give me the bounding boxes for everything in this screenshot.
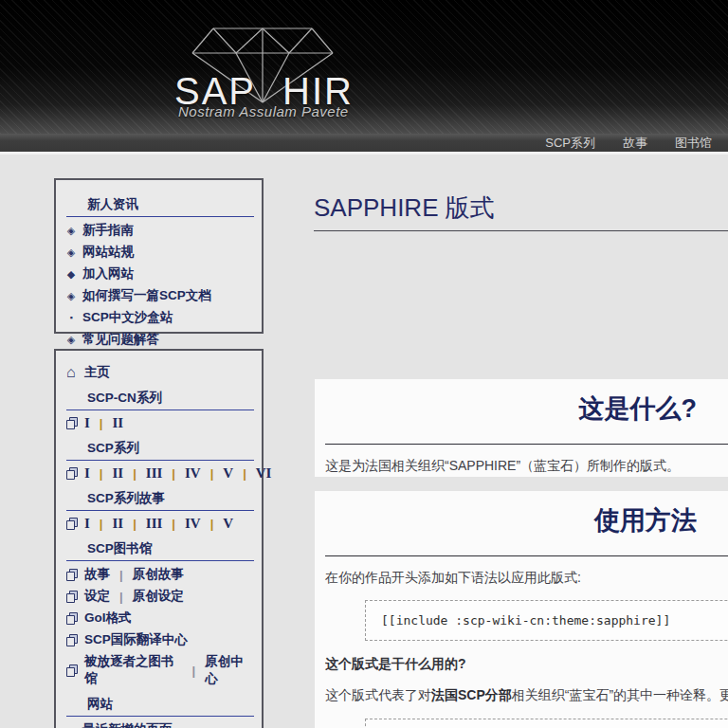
sidebar-section-newcomers: 新人资讯	[66, 196, 254, 217]
nav-item-library[interactable]: 图书馆	[675, 135, 712, 152]
library-link[interactable]: 原创故事	[133, 566, 184, 583]
usage-question-text: 这个版式是干什么用的?	[325, 656, 728, 673]
section-heading: 使用方法	[315, 491, 697, 537]
separator: |	[208, 517, 217, 531]
square-bullet-icon: ▪	[66, 313, 76, 322]
separator: |	[117, 568, 126, 582]
library-link[interactable]: 设定	[84, 588, 110, 605]
site-link[interactable]: 最近新增的页面	[82, 721, 173, 728]
sidebar-row-scp-cn-series: I | II	[66, 415, 254, 431]
answer-suffix: 相关组织“蓝宝石”的其中一种诠释。更多信	[512, 687, 728, 702]
separator: |	[97, 517, 106, 531]
series-link[interactable]: III	[146, 516, 163, 532]
series-link[interactable]: IV	[185, 465, 201, 482]
separator: |	[130, 466, 139, 481]
series-link[interactable]: I	[84, 415, 90, 431]
include-code-block: [[include :scp-wiki-cn:theme:sapphire]]	[365, 600, 728, 641]
section-divider	[325, 444, 728, 445]
nav-item-tales[interactable]: 故事	[623, 135, 647, 152]
pages-icon	[66, 417, 78, 429]
section-usage: 使用方法 在你的作品开头添加如下语法以应用此版式: [[include :scp…	[315, 491, 728, 728]
sidebar-item-beginner-guide[interactable]: ◈ 新手指南	[66, 222, 254, 239]
sidebar-main-menu-box: ⌂ 主页 SCP-CN系列 I | II SCP系列 I | II | III …	[54, 349, 264, 728]
sidebar-item-label: 加入网站	[82, 265, 134, 282]
sidebar-section-scp-series: SCP系列	[66, 440, 254, 461]
site-header: SAP HIR Nostram Assulam Pavete	[0, 0, 728, 134]
library-link[interactable]: 故事	[84, 566, 110, 583]
browser-viewport: SAP HIR Nostram Assulam Pavete SCP系列 故事 …	[0, 0, 728, 728]
separator: |	[97, 416, 106, 430]
series-link[interactable]: II	[112, 516, 123, 532]
sidebar-item-site-rules[interactable]: ◈ 网站站规	[66, 244, 254, 261]
sidebar-section-scp-library: SCP图书馆	[66, 540, 254, 561]
answer-prefix: 这个版式代表了对	[325, 687, 431, 702]
diamond-bullet-icon: ◈	[66, 334, 76, 346]
pages-icon	[66, 569, 78, 581]
series-link[interactable]: IV	[185, 516, 201, 532]
sidebar-section-site: 网站	[66, 696, 254, 717]
sidebar-row-scp-tales: I | II | III | IV | V	[66, 516, 254, 532]
section-body-text: 这是为法国相关组织“SAPPHIRE”（蓝宝石）所制作的版式。	[325, 458, 728, 475]
separator: |	[130, 517, 139, 531]
series-link[interactable]: II	[112, 465, 123, 482]
title-divider	[314, 230, 728, 231]
sidebar-row-scp-series: I | II | III | IV | V | VI	[66, 465, 254, 482]
series-link[interactable]: II	[112, 415, 123, 431]
nav-item-scp-series[interactable]: SCP系列	[545, 135, 595, 152]
pages-icon	[66, 612, 78, 625]
library-link[interactable]: GoI格式	[84, 610, 132, 627]
sidebar-row-goi-format[interactable]: GoI格式	[66, 610, 254, 627]
series-link[interactable]: V	[223, 465, 233, 482]
separator: |	[169, 517, 178, 531]
sidebar-item-home[interactable]: ⌂ 主页	[66, 364, 254, 381]
separator: |	[97, 466, 106, 481]
diamond-bullet-icon: ◈	[66, 246, 76, 259]
series-link[interactable]: III	[146, 465, 163, 482]
separator: |	[117, 590, 126, 604]
library-link[interactable]: 原创设定	[133, 588, 184, 605]
pages-icon	[66, 664, 78, 677]
separator: |	[240, 466, 249, 481]
sidebar-item-label: SCP中文沙盒站	[82, 309, 173, 326]
sidebar-item-cn-sandbox[interactable]: ▪ SCP中文沙盒站	[66, 309, 254, 326]
diamond-bullet-icon: ◈	[66, 290, 76, 302]
series-link[interactable]: VI	[256, 465, 272, 482]
library-link[interactable]: 被放逐者之图书馆	[84, 653, 183, 687]
home-icon: ⌂	[66, 367, 78, 378]
series-link[interactable]: I	[84, 465, 90, 482]
section-heading: 这是什么?	[315, 379, 697, 426]
library-link[interactable]: SCP国际翻译中心	[84, 631, 188, 648]
sidebar-newcomers-box: 新人资讯 ◈ 新手指南 ◈ 网站站规 ◆ 加入网站 ◈ 如何撰写一篇SCP文档 …	[54, 178, 264, 334]
sidebar-row-tales: 故事 | 原创故事	[66, 566, 254, 583]
pages-icon	[66, 591, 78, 603]
answer-bold: 法国SCP分部	[431, 687, 512, 702]
usage-intro-text: 在你的作品开头添加如下语法以应用此版式:	[325, 570, 728, 587]
separator: |	[190, 664, 199, 678]
section-what-is-this: 这是什么? 这是为法国相关组织“SAPPHIRE”（蓝宝石）所制作的版式。	[315, 379, 728, 477]
diamond-bullet-icon: ◈	[66, 225, 76, 237]
series-link[interactable]: V	[223, 516, 233, 532]
sidebar-item-faq[interactable]: ◈ 常见问题解答	[66, 331, 254, 348]
usage-answer-text: 这个版式代表了对法国SCP分部相关组织“蓝宝石”的其中一种诠释。更多信	[325, 687, 728, 704]
organization-quote-block: 无处不在的反危险性及妨碍性制度化宗教无神论者结社，又称“蓝宝	[365, 719, 728, 728]
pages-icon	[66, 467, 78, 480]
library-link[interactable]: 原创中心	[205, 653, 254, 687]
section-divider	[325, 555, 728, 556]
sidebar-row-recent-pages[interactable]: ▪ 最近新增的页面	[66, 721, 254, 728]
diamond-bullet-icon: ◆	[66, 268, 76, 281]
sidebar-item-label: 网站站规	[82, 244, 134, 261]
series-link[interactable]: I	[84, 516, 90, 532]
site-tagline: Nostram Assulam Pavete	[178, 103, 349, 119]
sidebar-item-join-site[interactable]: ◆ 加入网站	[66, 265, 254, 282]
sidebar-row-wanderers-library: 被放逐者之图书馆 | 原创中心	[66, 653, 254, 687]
separator: |	[208, 466, 217, 481]
sidebar-row-intl-translation[interactable]: SCP国际翻译中心	[66, 631, 254, 648]
sidebar-item-label: 常见问题解答	[82, 331, 159, 348]
sidebar-item-label: 主页	[84, 364, 110, 381]
sidebar-item-how-to-write-scp[interactable]: ◈ 如何撰写一篇SCP文档	[66, 287, 254, 304]
pages-icon	[66, 634, 78, 646]
pages-icon	[66, 518, 78, 530]
separator: |	[169, 466, 178, 481]
sidebar-section-scp-cn-series: SCP-CN系列	[66, 390, 254, 410]
sidebar-item-label: 如何撰写一篇SCP文档	[82, 287, 211, 304]
